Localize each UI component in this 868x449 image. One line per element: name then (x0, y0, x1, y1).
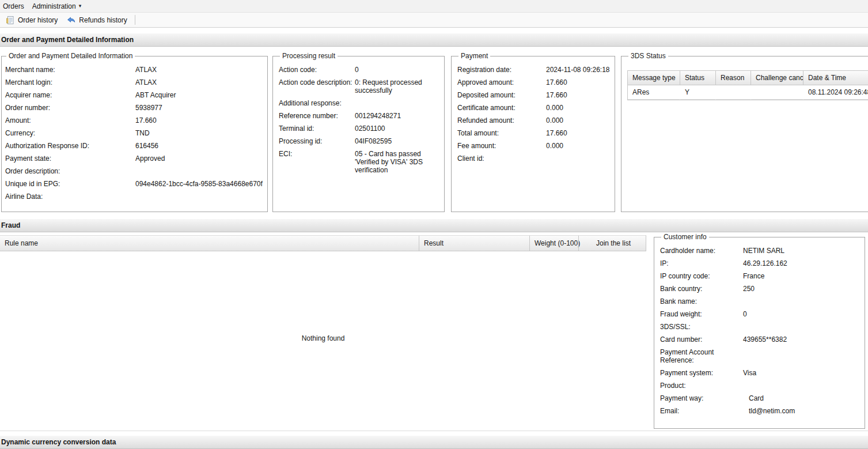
field-row: Bank country:250 (660, 285, 860, 293)
order-info-panel: Order and Payment Detailed Information M… (1, 52, 268, 212)
field-row: IP country code:France (660, 272, 860, 280)
threeds-cell (751, 85, 803, 100)
field-row: Authorization Response ID:616456 (5, 142, 263, 150)
customer-info-legend: Customer info (661, 233, 709, 241)
field-label: Bank name: (660, 297, 743, 305)
field-row: Order description: (5, 167, 263, 175)
fraud-column-header: Rule name (0, 236, 419, 251)
field-label: 3DS/SSL: (660, 323, 743, 331)
field-row: Action code:0 (279, 66, 439, 74)
field-label: Payment way: (660, 394, 743, 402)
section-header-dcc: Dynamic currency conversion data (0, 435, 868, 449)
field-value: 001294248271 (355, 112, 439, 120)
field-label: Fraud weight: (660, 310, 743, 318)
chevron-down-icon: ▾ (79, 3, 82, 9)
field-value (743, 348, 860, 364)
field-label: Unique id in EPG: (5, 180, 135, 188)
field-row: Order number:5938977 (5, 104, 263, 112)
field-label: Cardholder name: (660, 247, 743, 255)
field-row: Amount:17.660 (5, 116, 263, 124)
field-value (135, 167, 263, 175)
field-label: Client id: (457, 154, 546, 163)
field-label: IP: (660, 259, 743, 267)
field-label: Amount: (5, 116, 135, 124)
field-value (743, 382, 860, 390)
menu-administration[interactable]: Administration ▾ (29, 1, 87, 12)
processing-result-panel: Processing result Action code:0Action co… (272, 52, 445, 212)
menu-administration-label: Administration (32, 2, 76, 10)
threeds-cell: Y (680, 85, 716, 100)
menu-orders-label: Orders (3, 2, 24, 10)
fraud-column-header: Result (419, 236, 529, 251)
field-row: 3DS/SSL: (660, 323, 860, 331)
field-label: Merchant name: (5, 66, 135, 74)
field-label: Processing id: (279, 137, 355, 145)
fraud-column-header: Weight (0-100) (529, 236, 578, 251)
field-row: Bank name: (660, 297, 860, 305)
menu-orders[interactable]: Orders (0, 1, 29, 12)
field-label: Reference number: (279, 112, 355, 120)
field-label: Payment state: (5, 154, 135, 163)
field-label: Fee amount: (457, 142, 546, 150)
field-row: Additional response: (279, 99, 439, 107)
refund-arrow-icon (67, 16, 76, 25)
field-value: ABT Acquirer (135, 91, 263, 99)
field-label: IP country code: (660, 272, 743, 280)
field-value: 2024-11-08 09:26:18 (546, 66, 610, 74)
field-row: Card number:439655**6382 (660, 335, 860, 344)
field-value: 0.000 (546, 142, 610, 150)
order-history-label: Order history (18, 16, 58, 24)
section-header-fraud: Fraud (0, 218, 868, 232)
field-row: Deposited amount:17.660 (457, 91, 610, 99)
fraud-column-header: Join the list (578, 236, 646, 251)
order-info-rows: Merchant name:ATLAXMerchant login:ATLAXA… (5, 66, 263, 201)
field-value: 0.000 (546, 116, 610, 124)
field-label: Payment Account Reference: (660, 348, 743, 364)
field-value: Visa (743, 369, 860, 377)
threeds-column-header: Status (680, 71, 716, 85)
menu-bar: Orders Administration ▾ (0, 0, 868, 13)
section-header-label: Dynamic currency conversion data (1, 438, 116, 446)
payment-rows: Registration date:2024-11-08 09:26:18App… (457, 66, 610, 163)
field-row: Cardholder name:NETIM SARL (660, 247, 860, 255)
threeds-status-legend: 3DS Status (628, 52, 668, 60)
field-row: Acquirer name:ABT Acquirer (5, 91, 263, 99)
refunds-history-button[interactable]: Refunds history (62, 13, 131, 27)
field-label: Product: (660, 382, 743, 390)
field-row: Registration date:2024-11-08 09:26:18 (457, 66, 610, 74)
field-row: Terminal id:02501100 (279, 124, 439, 133)
field-value: 05 - Card has passed 'Verified by VISA' … (355, 150, 439, 174)
field-value: 04IF082595 (355, 137, 439, 145)
field-row: Fee amount:0.000 (457, 142, 610, 150)
field-label: Terminal id: (279, 124, 355, 133)
field-value: Card (743, 394, 860, 402)
order-history-button[interactable]: Order history (1, 13, 62, 27)
field-value (355, 99, 439, 107)
field-value: 439655**6382 (743, 335, 860, 344)
field-label: Airline Data: (5, 193, 135, 201)
field-label: Merchant login: (5, 78, 135, 86)
field-value: 17.660 (135, 116, 263, 124)
field-value: France (743, 272, 860, 280)
field-value: 02501100 (355, 124, 439, 133)
customer-info-rows: Cardholder name:NETIM SARLIP:46.29.126.1… (660, 247, 860, 415)
field-row: Processing id:04IF082595 (279, 137, 439, 145)
field-value: NETIM SARL (743, 247, 860, 255)
field-value: 0: Request processed successfully (355, 78, 439, 95)
field-row: Payment system:Visa (660, 369, 860, 377)
field-row: Unique id in EPG:094e4862-1bcc-4cfa-9585… (5, 180, 263, 188)
threeds-column-header: Date & Time (803, 71, 868, 85)
processing-result-rows: Action code:0Action code description:0: … (279, 66, 439, 174)
field-value: 17.660 (546, 78, 610, 86)
field-row: IP:46.29.126.162 (660, 259, 860, 267)
field-label: Bank country: (660, 285, 743, 293)
threeds-cell: 08.11.2024 09:26:48 (803, 85, 868, 100)
field-row: Email:tld@netim.com (660, 407, 860, 415)
field-value (743, 297, 860, 305)
threeds-status-panel: 3DS Status Message typeStatusReasonChall… (621, 52, 868, 212)
field-row: Reference number:001294248271 (279, 112, 439, 120)
field-label: ECI: (279, 150, 355, 174)
field-label: Authorization Response ID: (5, 142, 135, 150)
field-value: 17.660 (546, 129, 610, 137)
field-row: Payment state:Approved (5, 154, 263, 163)
